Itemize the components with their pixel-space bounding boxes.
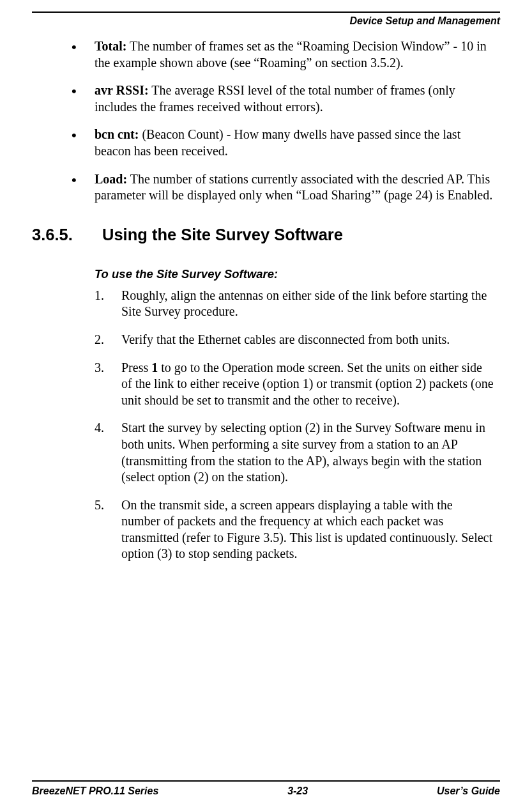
bullet-term: Total: [95,39,126,53]
step-text-post: to go to the Operation mode screen. Set … [121,360,494,407]
step-text: On the transmit side, a screen appears d… [121,498,492,561]
bullet-term: avr RSSI: [95,83,149,97]
page-container: Device Setup and Management Total: The n… [0,0,532,562]
step-item: Verify that the Ethernet cables are disc… [95,332,494,348]
step-item: On the transmit side, a screen appears d… [95,497,494,562]
bullet-text: The average RSSI level of the total numb… [95,83,455,114]
section-heading: 3.6.5. Using the Site Survey Software [32,226,494,244]
step-item: Roughly, align the antennas on either si… [95,288,494,320]
numbered-steps: Roughly, align the antennas on either si… [95,288,494,562]
footer-right: User’s Guide [437,785,500,797]
bullet-text: The number of stations currently associa… [95,172,492,203]
step-item: Start the survey by selecting option (2)… [95,420,494,485]
body-content: Total: The number of frames set as the “… [32,38,500,562]
bullet-text: (Beacon Count) - How many dwells have pa… [95,127,460,158]
header-rule [32,12,500,13]
step-text: Verify that the Ethernet cables are disc… [121,332,450,346]
step-text: Roughly, align the antennas on either si… [121,288,487,319]
bullet-term: bcn cnt: [95,127,139,141]
bullet-item: Total: The number of frames set as the “… [70,38,494,71]
instruction-block: To use the Site Survey Software: Roughly… [70,267,494,562]
bullet-term: Load: [95,172,127,186]
footer-row: BreezeNET PRO.11 Series 3-23 User’s Guid… [32,785,500,797]
section-number: 3.6.5. [32,226,102,244]
bullet-item: avr RSSI: The average RSSI level of the … [70,82,494,115]
footer-center: 3-23 [287,785,308,797]
page-footer: BreezeNET PRO.11 Series 3-23 User’s Guid… [32,780,500,797]
bullet-item: bcn cnt: (Beacon Count) - How many dwell… [70,127,494,159]
bullet-text: The number of frames set as the “Roaming… [95,39,487,70]
running-header: Device Setup and Management [32,15,500,27]
footer-rule [32,780,500,782]
step-item: Press 1 to go to the Operation mode scre… [95,360,494,409]
instruction-heading: To use the Site Survey Software: [95,267,494,281]
step-text-pre: Press [121,360,151,375]
step-text: Start the survey by selecting option (2)… [121,421,485,484]
definition-list: Total: The number of frames set as the “… [70,38,494,204]
bullet-item: Load: The number of stations currently a… [70,171,494,204]
step-text-bold: 1 [151,360,158,375]
footer-left: BreezeNET PRO.11 Series [32,785,158,797]
section-title: Using the Site Survey Software [102,226,343,244]
